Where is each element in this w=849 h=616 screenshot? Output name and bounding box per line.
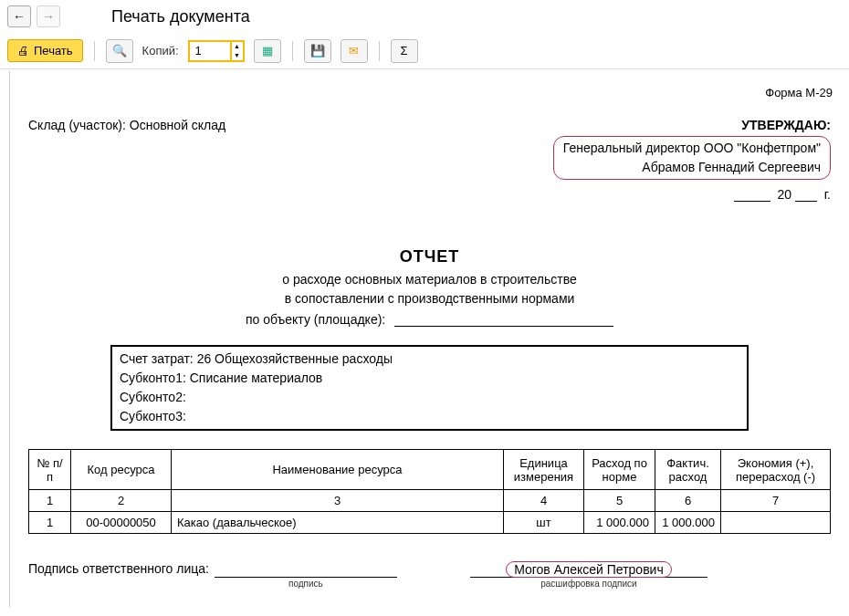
accounts-box: Счет затрат: 26 Общехозяйственные расход…	[110, 345, 749, 431]
cell-npp: 1	[29, 512, 71, 534]
document-header: Склад (участок): Основной склад УТВЕРЖДА…	[19, 118, 840, 202]
subconto1-line: Субконто1: Списание материалов	[120, 369, 739, 388]
col-fact: Фактич. расход	[655, 450, 721, 490]
divider	[292, 41, 293, 61]
report-subtitle-1: о расходе основных материалов в строител…	[19, 270, 840, 289]
col-name: Наименование ресурса	[172, 450, 504, 490]
colnum-5: 5	[584, 490, 655, 512]
approver-position: Генеральный директор ООО "Конфетпром"	[563, 139, 821, 158]
signature-field: подпись	[215, 561, 397, 589]
copies-spinner[interactable]: ▲ ▼	[232, 40, 245, 62]
envelope-icon: ✉	[349, 44, 359, 57]
date-blank-year	[795, 189, 817, 202]
signature-label: Подпись ответственного лица:	[28, 561, 209, 576]
divider	[94, 41, 95, 61]
printer-icon: 🖨	[17, 44, 29, 57]
warehouse-block: Склад (участок): Основной склад	[19, 118, 225, 202]
decoder-name-highlight: Могов Алексей Петрович	[506, 561, 672, 578]
colnum-7: 7	[721, 490, 831, 512]
warehouse-label: Склад (участок):	[28, 118, 126, 132]
settings-button[interactable]: ▦	[254, 39, 281, 63]
decode-field: Могов Алексей Петрович расшифровка подпи…	[470, 561, 708, 589]
copies-stepper[interactable]: ▲ ▼	[188, 40, 245, 62]
sum-button[interactable]: Σ	[391, 39, 418, 63]
table-colnum-row: 1 2 3 4 5 6 7	[29, 490, 831, 512]
cell-name: Какао (давальческое)	[172, 512, 504, 534]
colnum-1: 1	[29, 490, 71, 512]
report-subtitle-2: в сопоставлении с производственными норм…	[19, 289, 840, 308]
page-title: Печать документа	[111, 7, 250, 26]
approver-name: Абрамов Геннадий Сергеевич	[563, 158, 821, 177]
approval-block: УТВЕРЖДАЮ: Генеральный директор ООО "Кон…	[553, 118, 840, 202]
magnifier-icon: 🔍	[112, 44, 127, 57]
col-norm: Расход по норме	[584, 450, 655, 490]
report-subtitle: о расходе основных материалов в строител…	[19, 270, 840, 308]
date-blank-day	[734, 189, 770, 202]
subconto2-line: Субконто2:	[120, 388, 739, 407]
col-unit: Единица измерения	[504, 450, 584, 490]
approve-title: УТВЕРЖДАЮ:	[553, 118, 831, 132]
materials-table: № п/п Код ресурса Наименование ресурса Е…	[28, 449, 831, 534]
decode-line: Могов Алексей Петрович	[470, 561, 708, 578]
cell-norm: 1 000.000	[584, 512, 655, 534]
cost-account-line: Счет затрат: 26 Общехозяйственные расход…	[120, 350, 739, 369]
print-button[interactable]: 🖨 Печать	[7, 39, 83, 62]
cell-unit: шт	[504, 512, 584, 534]
navigation-toolbar: ← → Печать документа	[0, 0, 849, 33]
approver-highlight: Генеральный директор ООО "Конфетпром" Аб…	[553, 136, 831, 180]
cell-diff	[721, 512, 831, 534]
document-area: Форма М-29 Склад (участок): Основной скл…	[9, 71, 849, 607]
cell-code: 00-00000050	[71, 512, 172, 534]
table-icon: ▦	[262, 44, 273, 57]
print-toolbar: 🖨 Печать 🔍 Копий: ▲ ▼ ▦ 💾 ✉ Σ	[0, 33, 849, 69]
colnum-3: 3	[172, 490, 504, 512]
object-underline	[394, 314, 613, 327]
save-button[interactable]: 💾	[304, 39, 331, 63]
spinner-down-icon[interactable]: ▼	[232, 51, 243, 60]
back-button[interactable]: ←	[7, 5, 31, 27]
colnum-2: 2	[71, 490, 172, 512]
signature-block: Подпись ответственного лица: подпись Мог…	[19, 561, 840, 589]
date-suffix: г.	[824, 187, 831, 202]
decode-caption: расшифровка подписи	[470, 579, 708, 589]
table-header-row: № п/п Код ресурса Наименование ресурса Е…	[29, 450, 831, 490]
form-number: Форма М-29	[19, 86, 833, 99]
copies-input[interactable]	[188, 40, 232, 62]
print-button-label: Печать	[34, 44, 73, 57]
col-diff: Экономия (+), перерасход (-)	[721, 450, 831, 490]
colnum-4: 4	[504, 490, 584, 512]
email-button[interactable]: ✉	[341, 39, 368, 63]
date-line: 20 г.	[553, 187, 831, 202]
object-line: по объекту (площадке):	[19, 312, 840, 327]
floppy-icon: 💾	[310, 44, 325, 57]
spinner-up-icon[interactable]: ▲	[232, 42, 243, 51]
preview-button[interactable]: 🔍	[106, 39, 133, 63]
colnum-6: 6	[655, 490, 721, 512]
col-npp: № п/п	[29, 450, 71, 490]
cell-fact: 1 000.000	[655, 512, 721, 534]
copies-label: Копий:	[142, 44, 179, 57]
signature-line	[215, 561, 397, 578]
decoder-name: Могов Алексей Петрович	[514, 562, 664, 577]
subconto3-line: Субконто3:	[120, 407, 739, 426]
date-century: 20	[777, 187, 791, 202]
signature-caption: подпись	[215, 579, 397, 589]
report-title: ОТЧЕТ	[19, 247, 840, 266]
forward-button[interactable]: →	[37, 5, 60, 27]
col-code: Код ресурса	[71, 450, 172, 490]
table-row: 1 00-00000050 Какао (давальческое) шт 1 …	[29, 512, 831, 534]
warehouse-value: Основной склад	[130, 118, 225, 132]
object-label: по объекту (площадке):	[246, 312, 385, 327]
divider	[379, 41, 380, 61]
sigma-icon: Σ	[401, 44, 408, 57]
